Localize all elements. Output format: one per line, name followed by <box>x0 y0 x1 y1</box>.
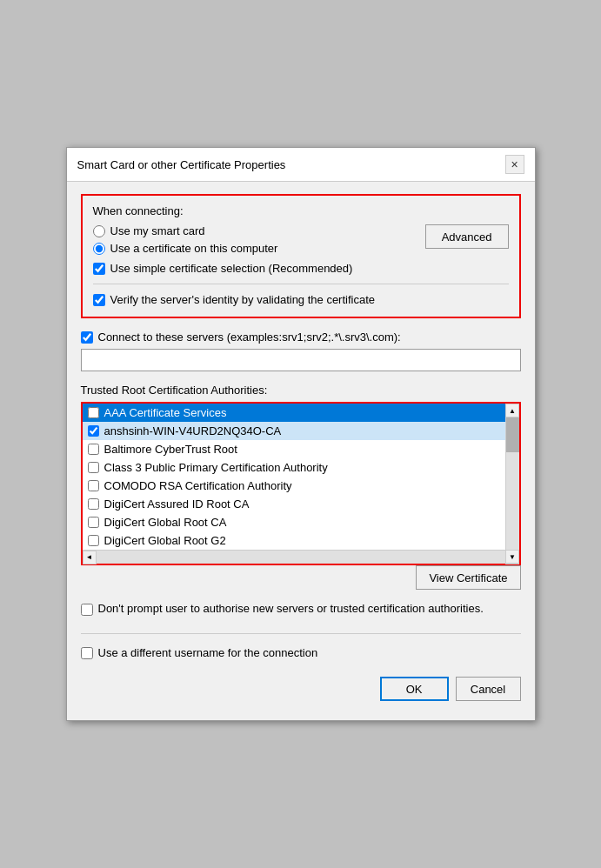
radio-row: Use my smart card Use a certificate on t… <box>93 224 509 255</box>
dont-prompt-checkbox[interactable] <box>81 604 93 616</box>
cert-checkbox-0[interactable] <box>88 407 99 418</box>
ok-button[interactable]: OK <box>380 677 449 701</box>
trusted-list-container: AAA Certificate Services anshsinh-WIN-V4… <box>81 402 521 565</box>
cert-name-3: Class 3 Public Primary Certification Aut… <box>104 461 328 474</box>
cert-name-5: DigiCert Assured ID Root CA <box>104 497 250 511</box>
radio-smart-card[interactable] <box>93 225 105 237</box>
connect-servers-checkbox[interactable] <box>81 331 93 344</box>
verify-server-checkbox[interactable] <box>93 294 105 306</box>
dialog-title: Smart Card or other Certificate Properti… <box>77 158 286 171</box>
radio-cert-computer[interactable] <box>93 243 105 255</box>
cert-name-4: COMODO RSA Certification Authority <box>104 479 292 492</box>
diff-username-label: Use a different username for the connect… <box>98 646 318 659</box>
title-bar: Smart Card or other Certificate Properti… <box>67 148 535 182</box>
when-connecting-label: When connecting: <box>93 204 509 217</box>
h-scroll-track[interactable] <box>97 551 505 564</box>
radio-smart-card-label: Use my smart card <box>110 224 205 237</box>
list-item[interactable]: DigiCert Global Root CA <box>83 513 505 531</box>
verify-server-label: Verify the server's identity by validati… <box>110 293 376 306</box>
close-button[interactable]: × <box>505 155 524 174</box>
radio-smart-card-item[interactable]: Use my smart card <box>93 224 278 237</box>
dont-prompt-row[interactable]: Don't prompt user to authorise new serve… <box>81 602 521 616</box>
dont-prompt-label: Don't prompt user to authorise new serve… <box>98 602 484 615</box>
cert-name-1: anshsinh-WIN-V4URD2NQ34O-CA <box>104 424 282 437</box>
list-item[interactable]: AAA Certificate Services <box>83 404 505 422</box>
dialog-window: Smart Card or other Certificate Properti… <box>66 147 536 721</box>
list-item[interactable]: Class 3 Public Primary Certification Aut… <box>83 458 505 477</box>
diff-username-row[interactable]: Use a different username for the connect… <box>81 646 521 659</box>
cert-name-0: AAA Certificate Services <box>104 406 227 419</box>
dialog-body: When connecting: Use my smart card Use a… <box>67 182 535 720</box>
trusted-root-list: AAA Certificate Services anshsinh-WIN-V4… <box>83 404 519 550</box>
cancel-button[interactable]: Cancel <box>456 677 521 701</box>
connect-servers-label: Connect to these servers (examples:srv1;… <box>98 331 401 344</box>
radio-cert-computer-label: Use a certificate on this computer <box>110 242 278 255</box>
scroll-down-button[interactable]: ▼ <box>505 550 519 564</box>
radio-options: Use my smart card Use a certificate on t… <box>93 224 278 255</box>
cert-checkbox-3[interactable] <box>88 462 99 473</box>
scroll-up-button[interactable]: ▲ <box>505 404 519 417</box>
diff-username-checkbox[interactable] <box>81 647 93 659</box>
connect-servers-section: Connect to these servers (examples:srv1;… <box>81 331 521 371</box>
trusted-root-section: Trusted Root Certification Authorities: … <box>81 384 521 590</box>
vertical-scrollbar[interactable]: ▲ ▼ <box>505 404 519 564</box>
list-item[interactable]: DigiCert Assured ID Root CA <box>83 495 505 513</box>
simple-cert-label: Use simple certificate selection (Recomm… <box>110 262 353 275</box>
list-item[interactable]: DigiCert Global Root G2 <box>83 531 505 550</box>
list-item[interactable]: COMODO RSA Certification Authority <box>83 477 505 495</box>
connect-servers-row[interactable]: Connect to these servers (examples:srv1;… <box>81 331 521 344</box>
advanced-button[interactable]: Advanced <box>425 224 509 249</box>
separator <box>81 633 521 634</box>
list-item[interactable]: anshsinh-WIN-V4URD2NQ34O-CA <box>83 422 505 440</box>
simple-cert-checkbox[interactable] <box>93 263 105 275</box>
cert-checkbox-7[interactable] <box>88 535 99 546</box>
servers-input[interactable] <box>81 349 521 371</box>
h-scroll-left-button[interactable]: ◄ <box>83 551 97 564</box>
when-connecting-section: When connecting: Use my smart card Use a… <box>81 194 521 318</box>
view-certificate-button[interactable]: View Certificate <box>416 565 520 590</box>
scroll-track[interactable] <box>506 417 519 550</box>
cert-name-6: DigiCert Global Root CA <box>104 516 227 529</box>
trusted-root-label: Trusted Root Certification Authorities: <box>81 384 521 397</box>
cert-name-2: Baltimore CyberTrust Root <box>104 443 237 456</box>
simple-cert-selection-row[interactable]: Use simple certificate selection (Recomm… <box>93 262 509 275</box>
list-item[interactable]: Baltimore CyberTrust Root <box>83 440 505 458</box>
verify-row: Verify the server's identity by validati… <box>93 284 509 306</box>
scroll-thumb[interactable] <box>506 417 519 452</box>
cert-checkbox-2[interactable] <box>88 444 99 455</box>
cert-name-7: DigiCert Global Root G2 <box>104 534 226 547</box>
cert-checkbox-5[interactable] <box>88 498 99 510</box>
horizontal-scrollbar[interactable]: ◄ ► <box>83 550 519 564</box>
cert-checkbox-4[interactable] <box>88 480 99 491</box>
radio-cert-computer-item[interactable]: Use a certificate on this computer <box>93 242 278 255</box>
button-row: OK Cancel <box>81 677 521 706</box>
cert-checkbox-1[interactable] <box>88 425 99 437</box>
cert-checkbox-6[interactable] <box>88 517 99 528</box>
view-cert-row: View Certificate <box>81 565 521 590</box>
